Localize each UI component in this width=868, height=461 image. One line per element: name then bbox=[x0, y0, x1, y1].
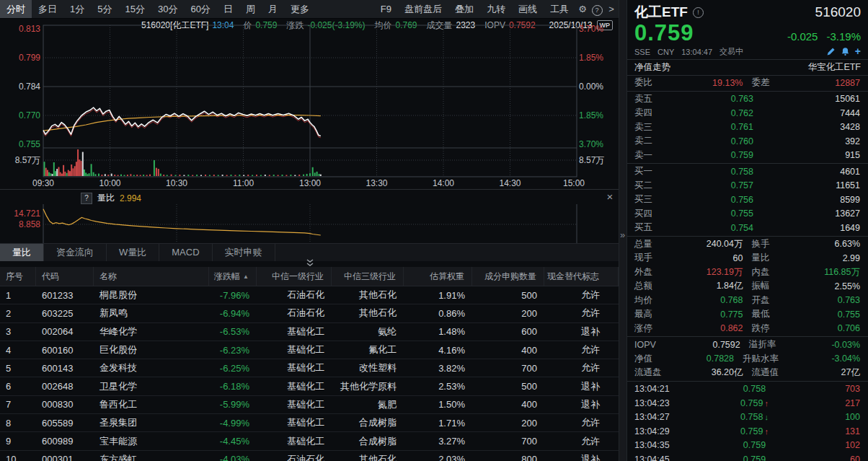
cell-col5: 基础化工 bbox=[257, 343, 332, 356]
intraday-chart-canvas[interactable] bbox=[0, 18, 619, 191]
settings-gear-icon[interactable]: ⚙ bbox=[575, 0, 590, 18]
bid-row[interactable]: 买三0.7568599 bbox=[627, 193, 868, 207]
table-row[interactable]: 7000830鲁西化工-5.99%基础化工氮肥1.50%400退补 bbox=[0, 396, 619, 414]
table-row[interactable]: 6002648卫星化学-6.18%基础化工其他化学原料2.53%500退补 bbox=[0, 377, 619, 395]
toolbar-item-多日[interactable]: 多日 bbox=[32, 0, 63, 18]
col-header-9[interactable]: 现金替代标志 bbox=[544, 267, 619, 286]
toolbar-item-工具[interactable]: 工具 bbox=[544, 0, 575, 18]
bid-row[interactable]: 买四0.75513627 bbox=[627, 207, 868, 221]
toolbar-item-月[interactable]: 月 bbox=[262, 0, 284, 18]
ask-row[interactable]: 卖二0.760392 bbox=[627, 134, 868, 149]
toolbar-expand-icon[interactable]: > bbox=[604, 0, 619, 18]
tab-实时申赎[interactable]: 实时申赎 bbox=[213, 244, 275, 261]
table-row[interactable]: 1601233桐昆股份-7.96%石油石化其他石化1.91%500允许 bbox=[0, 286, 619, 304]
toolbar-item-画线[interactable]: 画线 bbox=[512, 0, 544, 18]
table-row[interactable]: 5600143金发科技-6.25%基础化工改性塑料3.82%700允许 bbox=[0, 359, 619, 377]
currency-label: CNY bbox=[657, 48, 674, 56]
cell-col6: 氨纶 bbox=[332, 325, 404, 338]
table-row[interactable]: 3002064华峰化学-6.53%基础化工氨纶1.48%600退补 bbox=[0, 323, 619, 341]
time-axis-label: 14:00 bbox=[428, 178, 459, 188]
weibi-label: 委比 bbox=[634, 76, 652, 89]
tab-量比[interactable]: 量比 bbox=[0, 244, 44, 261]
cell-col4: -6.18% bbox=[209, 381, 257, 392]
cell-col7: 3.82% bbox=[404, 363, 472, 374]
tab-MACD[interactable]: MACD bbox=[159, 244, 212, 261]
table-row[interactable]: 4600160巨化股份-6.23%基础化工氟化工4.16%400允许 bbox=[0, 341, 619, 359]
col-header-1[interactable]: 序号 bbox=[0, 267, 36, 286]
table-row[interactable]: 8605589圣泉集团-4.99%基础化工合成树脂1.71%200允许 bbox=[0, 414, 619, 432]
col-header-6[interactable]: 中信三级行业 bbox=[332, 267, 404, 286]
cell-col3: 圣泉集团 bbox=[94, 416, 209, 429]
security-name: 化工ETF bbox=[634, 3, 688, 22]
toolbar-item-更多[interactable]: 更多 bbox=[284, 0, 316, 18]
stat-value: 2.55% bbox=[770, 281, 861, 291]
toolbar-item-1分[interactable]: 1分 bbox=[63, 0, 91, 18]
weicha-value: 12887 bbox=[770, 78, 861, 88]
add-watchlist-icon[interactable]: + bbox=[855, 47, 861, 56]
cell-col3: 鲁西化工 bbox=[94, 398, 209, 411]
cell-col9: 允许 bbox=[544, 307, 619, 320]
help-icon[interactable]: ? bbox=[590, 0, 604, 18]
col-header-5[interactable]: 中信一级行业 bbox=[257, 267, 332, 286]
toolbar-item-15分[interactable]: 15分 bbox=[118, 0, 151, 18]
stat-row: 现手60量比2.99 bbox=[627, 251, 868, 265]
ask-volume: 15061 bbox=[753, 94, 860, 104]
price-axis-label: 0.784 bbox=[0, 82, 40, 92]
table-row[interactable]: 2603225新凤鸣-6.94%石油石化其他石化0.86%200允许 bbox=[0, 304, 619, 322]
bid-row[interactable]: 买五0.7541649 bbox=[627, 221, 868, 235]
bid-row[interactable]: 买二0.75711651 bbox=[627, 179, 868, 193]
toolbar-item-盘前盘后[interactable]: 盘前盘后 bbox=[398, 0, 448, 18]
cell-col6: 改性塑料 bbox=[332, 361, 404, 374]
alert-bell-icon[interactable] bbox=[841, 47, 850, 56]
bid-row[interactable]: 买一0.7584601 bbox=[627, 164, 868, 179]
price-axis-label: 0.813 bbox=[0, 24, 40, 34]
ratio-help-icon[interactable]: ? bbox=[81, 193, 92, 204]
tick-price-value: 0.759 bbox=[743, 455, 766, 461]
stat-value: 0.763 bbox=[770, 295, 861, 305]
cell-col5: 基础化工 bbox=[257, 325, 332, 338]
ratio-value: 2.994 bbox=[120, 193, 141, 203]
tick-price: 0.759↑ bbox=[686, 398, 823, 408]
toolbar-item-5分[interactable]: 5分 bbox=[91, 0, 118, 18]
bid-volume: 4601 bbox=[753, 167, 860, 177]
col-header-4[interactable]: 涨跌幅▲ bbox=[209, 267, 257, 286]
toolbar-item-日[interactable]: 日 bbox=[217, 0, 239, 18]
ask-price: 0.759 bbox=[652, 150, 753, 160]
ask-row[interactable]: 卖四0.7627444 bbox=[627, 106, 868, 120]
ask-row[interactable]: 卖五0.76315061 bbox=[627, 92, 868, 107]
toolbar-item-九转[interactable]: 九转 bbox=[480, 0, 512, 18]
table-row[interactable]: 10000301东方盛虹-4.03%石油石化其他石化2.03%800退补 bbox=[0, 451, 619, 461]
tick-price-value: 0.759 bbox=[740, 398, 763, 408]
intraday-chart[interactable]: 0.8130.7990.7840.7700.7558.57万3.70%1.85%… bbox=[0, 18, 619, 191]
edit-pencil-icon[interactable] bbox=[826, 47, 836, 56]
toolbar-item-30分[interactable]: 30分 bbox=[151, 0, 184, 18]
ask-level-label: 卖一 bbox=[634, 149, 652, 162]
col-header-7[interactable]: 估算权重 bbox=[404, 267, 472, 286]
table-row[interactable]: 9600989宝丰能源-4.45%基础化工合成树脂3.27%700允许 bbox=[0, 432, 619, 450]
panel-divider[interactable]: » bbox=[619, 0, 627, 461]
collapse-chevron-icon[interactable] bbox=[304, 258, 316, 266]
tick-row: 13:04:210.758703 bbox=[627, 382, 868, 397]
ask-row[interactable]: 卖三0.7613428 bbox=[627, 120, 868, 135]
stat-label: 外盘 bbox=[634, 266, 652, 278]
close-subchart-icon[interactable]: × bbox=[604, 190, 616, 203]
cell-col4: -6.94% bbox=[209, 308, 257, 319]
stat-value: 1.84亿 bbox=[652, 280, 743, 292]
toolbar-item-60分[interactable]: 60分 bbox=[184, 0, 216, 18]
tab-W量比[interactable]: W量比 bbox=[107, 244, 159, 261]
nav-trend-row[interactable]: 净值走势 华宝化工ETF bbox=[627, 59, 868, 76]
info-icon[interactable]: ! bbox=[693, 7, 704, 18]
expand-panel-icon[interactable]: » bbox=[620, 229, 625, 240]
toolbar-item-分时[interactable]: 分时 bbox=[0, 0, 32, 18]
tab-资金流向[interactable]: 资金流向 bbox=[44, 244, 107, 261]
cell-col9: 退补 bbox=[544, 325, 619, 338]
cell-col2: 000830 bbox=[36, 399, 94, 410]
toolbar-item-叠加[interactable]: 叠加 bbox=[448, 0, 480, 18]
ask-row[interactable]: 卖一0.759915 bbox=[627, 149, 868, 163]
toolbar-item-周[interactable]: 周 bbox=[239, 0, 262, 18]
col-header-8[interactable]: 成分申购数量 bbox=[472, 267, 544, 286]
cell-col2: 002064 bbox=[36, 326, 94, 337]
col-header-2[interactable]: 代码 bbox=[36, 267, 94, 286]
toolbar-item-F9[interactable]: F9 bbox=[374, 0, 398, 18]
col-header-3[interactable]: 名称 bbox=[94, 267, 209, 286]
